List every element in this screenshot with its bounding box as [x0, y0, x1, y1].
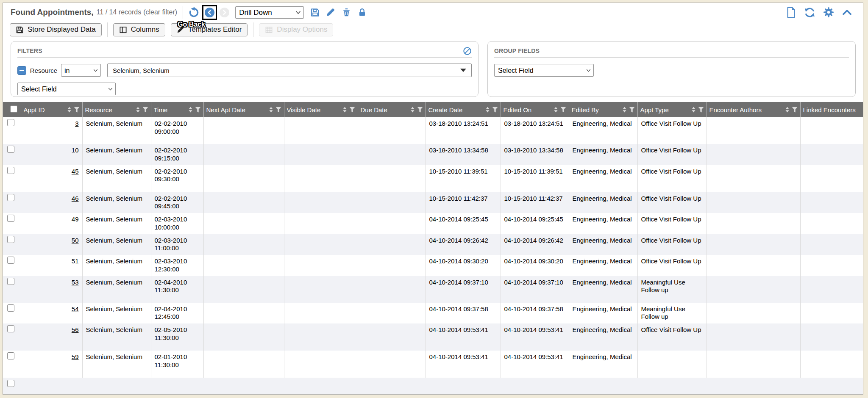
add-filter-field-select[interactable]: Select Field — [17, 83, 116, 95]
settings-button[interactable] — [823, 7, 834, 18]
appt-id-link[interactable]: 51 — [72, 257, 79, 265]
column-header-appt_id[interactable]: Appt ID — [21, 102, 82, 117]
sort-icon[interactable] — [622, 107, 627, 113]
undo-button[interactable] — [189, 7, 200, 18]
filter-funnel-icon[interactable] — [698, 107, 704, 113]
sort-icon[interactable] — [691, 107, 696, 113]
filter-funnel-icon[interactable] — [275, 107, 281, 113]
filter-group-panels: FILTERS Resource in — [3, 38, 863, 102]
cell-due_date — [358, 303, 426, 324]
sort-icon[interactable] — [188, 107, 193, 113]
remove-filter-button[interactable] — [17, 66, 26, 75]
appt-id-link[interactable]: 46 — [72, 195, 79, 202]
cell-edited_by: Engineering, Medical — [569, 255, 637, 276]
empty-row — [3, 378, 863, 394]
appt-id-link[interactable]: 49 — [72, 216, 79, 223]
cell-create_date: 04-10-2014 09:26:42 — [426, 234, 501, 255]
filter-funnel-icon[interactable] — [74, 107, 80, 113]
column-header-edited_by[interactable]: Edited By — [569, 102, 637, 117]
appt-id-link[interactable]: 53 — [72, 279, 79, 286]
row-checkbox[interactable] — [7, 380, 14, 387]
sort-icon[interactable] — [342, 107, 347, 113]
lock-template-button[interactable] — [357, 7, 367, 17]
save-template-button[interactable] — [310, 7, 320, 17]
column-header-next_apt_date[interactable]: Next Apt Date — [203, 102, 284, 117]
row-checkbox[interactable] — [7, 119, 14, 126]
cell-due_date — [358, 192, 426, 213]
new-template-button[interactable] — [785, 7, 797, 18]
row-select-cell — [3, 303, 21, 324]
clear-filter-link[interactable]: (clear filter) — [143, 8, 177, 16]
columns-icon — [119, 26, 127, 34]
column-header-create_date[interactable]: Create Date — [426, 102, 501, 117]
sort-icon[interactable] — [269, 107, 273, 113]
filter-funnel-icon[interactable] — [417, 107, 423, 113]
column-header-visible_date[interactable]: Visible Date — [284, 102, 358, 117]
refresh-button[interactable] — [804, 7, 815, 18]
filter-funnel-icon[interactable] — [349, 107, 355, 113]
filter-funnel-icon[interactable] — [142, 107, 148, 113]
column-header-resource[interactable]: Resource — [82, 102, 151, 117]
filter-funnel-icon[interactable] — [792, 107, 798, 113]
sort-icon[interactable] — [554, 107, 558, 113]
cell-encounter_authors — [707, 351, 800, 378]
sort-icon[interactable] — [485, 107, 490, 113]
row-checkbox[interactable] — [7, 257, 14, 264]
row-checkbox[interactable] — [7, 304, 14, 312]
minus-icon — [19, 70, 24, 71]
appt-id-link[interactable]: 54 — [72, 305, 79, 312]
filter-value-combo[interactable]: Selenium, Selenium — [107, 64, 472, 77]
go-back-button[interactable] — [205, 8, 214, 17]
row-checkbox[interactable] — [7, 236, 14, 243]
sort-icon[interactable] — [785, 107, 790, 113]
sort-icon[interactable] — [410, 107, 415, 113]
group-field-select[interactable]: Select Field — [494, 64, 594, 77]
column-header-encounter_authors[interactable]: Encounter Authors — [707, 102, 800, 117]
appt-id-link[interactable]: 10 — [72, 146, 79, 154]
go-forward-button[interactable] — [220, 8, 229, 17]
cell-due_date — [358, 234, 426, 255]
filter-funnel-icon[interactable] — [560, 107, 566, 113]
row-checkbox[interactable] — [7, 146, 14, 153]
delete-template-button[interactable] — [341, 7, 351, 17]
filter-operator-select[interactable]: in — [61, 64, 101, 77]
clear-filters-button[interactable] — [463, 47, 472, 55]
filter-funnel-icon[interactable] — [195, 107, 201, 113]
filter-funnel-icon[interactable] — [629, 107, 635, 113]
sort-icon[interactable] — [136, 107, 140, 113]
cell-due_date — [358, 351, 426, 378]
column-header-edited_on[interactable]: Edited On — [501, 102, 569, 117]
column-header-linked_encounters[interactable]: Linked Encounters — [800, 102, 863, 117]
column-header-appt_type[interactable]: Appt Type — [637, 102, 707, 117]
appt-id-link[interactable]: 59 — [72, 353, 79, 360]
row-checkbox[interactable] — [7, 167, 14, 174]
row-checkbox[interactable] — [7, 215, 14, 222]
cell-visible_date — [284, 234, 358, 255]
row-checkbox[interactable] — [7, 352, 14, 359]
filters-header: FILTERS — [17, 46, 472, 58]
pencil-icon — [326, 8, 335, 17]
template-select[interactable]: Drill Down — [235, 6, 304, 19]
select-all-checkbox[interactable] — [10, 105, 17, 113]
cell-visible_date — [284, 323, 358, 351]
actions-toolbar: Store Displayed Data Columns Templates E… — [3, 22, 863, 38]
cell-encounter_authors — [707, 303, 800, 324]
store-displayed-data-button[interactable]: Store Displayed Data — [10, 23, 102, 36]
row-checkbox[interactable] — [7, 325, 14, 332]
display-options-button[interactable]: Display Options — [259, 23, 333, 36]
appt-id-link[interactable]: 3 — [75, 120, 78, 127]
appt-id-link[interactable]: 45 — [72, 168, 79, 175]
edit-template-button[interactable] — [326, 7, 336, 17]
columns-button[interactable]: Columns — [113, 23, 165, 36]
cell-visible_date — [284, 255, 358, 276]
appt-id-link[interactable]: 50 — [72, 237, 79, 244]
collapse-button[interactable] — [841, 7, 853, 18]
row-checkbox[interactable] — [7, 278, 14, 285]
filter-funnel-icon[interactable] — [492, 107, 498, 113]
appt-id-link[interactable]: 56 — [72, 326, 79, 333]
cell-appt_type: Office Visit Follow Up — [637, 213, 707, 234]
row-checkbox[interactable] — [7, 194, 14, 201]
column-header-time[interactable]: Time — [151, 102, 203, 117]
sort-icon[interactable] — [67, 107, 72, 113]
column-header-due_date[interactable]: Due Date — [358, 102, 426, 117]
